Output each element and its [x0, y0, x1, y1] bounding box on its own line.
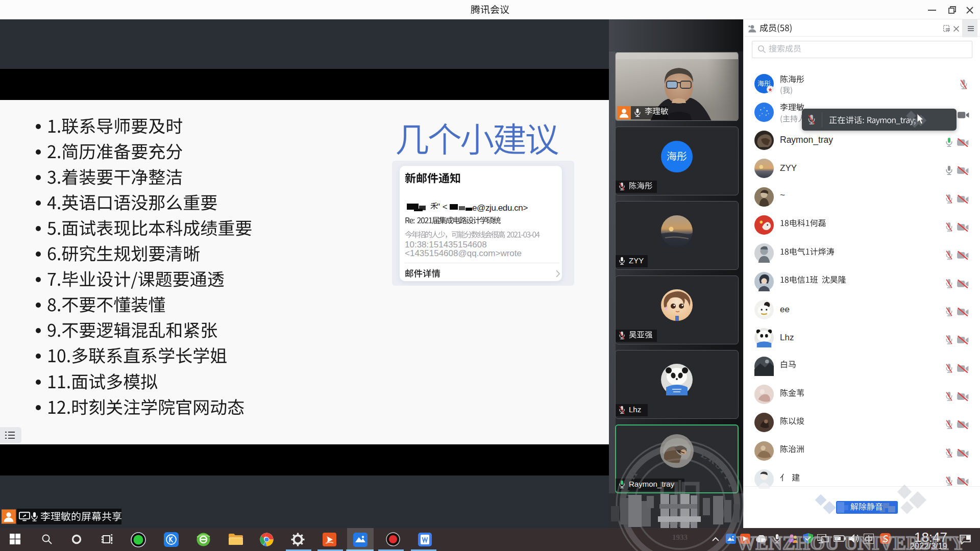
svg-text:1933: 1933: [672, 533, 688, 541]
